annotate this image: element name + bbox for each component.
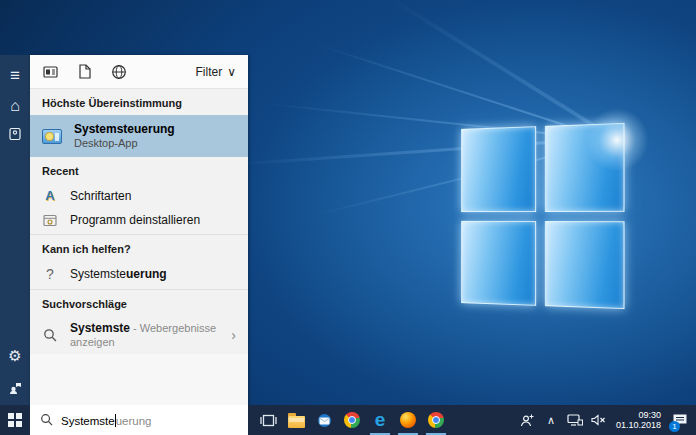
notification-badge: 1 [669, 421, 680, 432]
control-panel-icon [42, 129, 62, 144]
search-results-panel: Filter ∨ Höchste Übereinstimmung Systems… [30, 55, 248, 405]
network-icon[interactable] [566, 405, 584, 435]
best-match-title: Systemsteuerung [74, 122, 175, 136]
edge-icon[interactable]: e [366, 405, 394, 435]
taskbar: Systemsteuerung e ∧ [0, 405, 696, 435]
light-flare [585, 108, 649, 172]
search-icon [42, 328, 58, 342]
recent-item-fonts[interactable]: A Schriftarten [30, 183, 248, 208]
panel-empty-area [30, 354, 248, 405]
clock-date: 01.10.2018 [616, 420, 661, 430]
start-button[interactable] [0, 405, 30, 435]
system-tray: ∧ 09:30 01.10.2018 1 [518, 405, 696, 435]
filter-label: Filter [196, 65, 223, 79]
file-explorer-icon[interactable] [282, 405, 310, 435]
mail-app-icon[interactable] [310, 405, 338, 435]
clock-time: 09:30 [616, 410, 661, 420]
chrome-icon-2[interactable] [422, 405, 450, 435]
firefox-icon[interactable] [394, 405, 422, 435]
help-suggestion-item[interactable]: ? Systemsteuerung [30, 261, 248, 287]
desktop: ≡ ⌂ ⚙ Filter ∨ Höchste Übereinsti [0, 0, 696, 435]
recent-item-label: Schriftarten [70, 189, 131, 203]
taskbar-app-icons: e [254, 405, 450, 435]
search-input-value: Systemsteuerung [61, 414, 152, 427]
search-filter-tabbar: Filter ∨ [30, 55, 248, 89]
help-suggestion-label: Systemsteuerung [70, 267, 167, 281]
taskbar-search-input[interactable]: Systemsteuerung [30, 405, 248, 435]
settings-gear-icon[interactable]: ⚙ [0, 343, 30, 369]
action-center-button[interactable]: 1 [669, 405, 691, 435]
documents-filter-icon[interactable] [76, 63, 93, 80]
fonts-icon: A [42, 188, 58, 203]
recent-item-label: Programm deinstallieren [70, 213, 200, 227]
chevron-right-icon[interactable]: › [231, 327, 236, 343]
best-match-result[interactable]: Systemsteuerung Desktop-App [30, 115, 248, 157]
task-view-button[interactable] [254, 405, 282, 435]
volume-muted-icon[interactable] [590, 405, 608, 435]
windows-logo-pane [544, 221, 624, 310]
windows-logo-pane [461, 126, 536, 211]
chevron-down-icon: ∨ [227, 65, 236, 79]
best-match-header: Höchste Übereinstimmung [30, 89, 248, 115]
search-icon [40, 413, 53, 428]
people-icon[interactable] [518, 405, 536, 435]
web-suggestion-label: Systemste - Webergebnisse anzeigen [70, 321, 219, 349]
apps-filter-icon[interactable] [42, 63, 59, 80]
light-beam [348, 0, 621, 144]
recent-header: Recent [30, 157, 248, 183]
best-match-subtitle: Desktop-App [74, 137, 175, 150]
filter-dropdown[interactable]: Filter ∨ [196, 65, 236, 79]
question-mark-icon: ? [42, 266, 58, 282]
feedback-person-icon[interactable] [0, 375, 30, 401]
hamburger-menu-icon[interactable]: ≡ [0, 63, 30, 89]
windows-logo-pane [461, 220, 536, 305]
windows-start-icon [8, 413, 22, 427]
hidden-icons-chevron[interactable]: ∧ [542, 405, 560, 435]
cortana-rail: ≡ ⌂ ⚙ [0, 55, 30, 405]
home-icon[interactable]: ⌂ [0, 93, 30, 119]
suggestions-header: Suchvorschläge [30, 289, 248, 316]
uninstall-program-icon [42, 214, 58, 227]
notebook-icon[interactable] [0, 121, 30, 147]
chrome-icon[interactable] [338, 405, 366, 435]
recent-item-uninstall[interactable]: Programm deinstallieren [30, 208, 248, 232]
help-header: Kann ich helfen? [30, 234, 248, 261]
web-filter-icon[interactable] [110, 63, 127, 80]
taskbar-clock[interactable]: 09:30 01.10.2018 [614, 410, 663, 430]
web-suggestion-item[interactable]: Systemste - Webergebnisse anzeigen › [30, 316, 248, 354]
